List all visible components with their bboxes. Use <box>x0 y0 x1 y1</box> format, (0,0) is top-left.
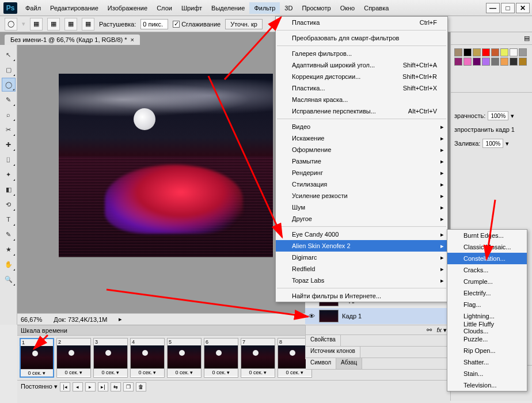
tool-15[interactable]: 🔍 <box>2 272 16 286</box>
menu-просмотр[interactable]: Просмотр <box>297 2 335 14</box>
frame-duration[interactable]: 0 сек. ▾ <box>57 368 90 376</box>
menu-item[interactable]: Видео▸ <box>276 121 447 132</box>
timeline-frame[interactable]: 50 сек. ▾ <box>167 338 202 378</box>
menu-item[interactable]: Electrify... <box>447 287 527 299</box>
tool-7[interactable]: ⌷ <box>2 153 16 166</box>
menu-фильтр[interactable]: Фильтр <box>249 2 280 14</box>
tool-4[interactable]: ⌕ <box>2 108 16 121</box>
menu-item[interactable]: Пластика...Shift+Ctrl+X <box>276 82 447 94</box>
tool-5[interactable]: ✂ <box>2 123 16 136</box>
timeline-frame[interactable]: 40 сек. ▾ <box>130 338 165 378</box>
menu-3d[interactable]: 3D <box>280 2 297 14</box>
menu-item[interactable]: Digimarc▸ <box>276 252 447 263</box>
swatch[interactable] <box>482 48 490 56</box>
swatch[interactable] <box>463 58 472 66</box>
frame-duration[interactable]: 0 сек. ▾ <box>204 368 238 376</box>
first-frame-button[interactable]: |◂ <box>60 382 70 391</box>
layer-row[interactable]: 👁Кадр 1 <box>305 308 450 324</box>
menu-item[interactable]: Puzzle... <box>447 333 527 345</box>
swatch[interactable] <box>519 48 527 56</box>
link-icon[interactable]: ⚯ <box>427 326 432 334</box>
prev-frame-button[interactable]: ◂ <box>73 382 83 391</box>
menu-окно[interactable]: Окно <box>336 2 360 14</box>
menu-item[interactable]: Масляная краска... <box>276 94 447 105</box>
menu-выделение[interactable]: Выделение <box>207 2 249 14</box>
frame-duration[interactable]: 0 сек. ▾ <box>94 368 127 376</box>
tab-clone-source[interactable]: Источник клонов <box>306 347 360 358</box>
swatch[interactable] <box>510 58 518 66</box>
play-button[interactable]: ▸ <box>85 382 96 391</box>
menu-item[interactable]: Eye Candy 4000▸ <box>276 229 447 240</box>
menu-item[interactable]: Исправление перспективы...Alt+Ctrl+V <box>276 105 447 117</box>
document-canvas[interactable] <box>59 74 273 257</box>
swatch[interactable] <box>500 58 508 66</box>
opacity-dropdown-icon[interactable]: ▾ <box>511 112 514 120</box>
tool-6[interactable]: ✚ <box>2 138 16 151</box>
menu-item[interactable]: Коррекция дисторсии...Shift+Ctrl+R <box>276 71 447 82</box>
frame-duration[interactable]: 0 сек. ▾ <box>168 368 201 376</box>
menu-item[interactable]: Television... <box>447 379 527 391</box>
menu-item[interactable]: Шум▸ <box>276 202 447 213</box>
status-arrow-icon[interactable]: ▸ <box>119 315 122 323</box>
selection-intersect-icon[interactable]: ▦ <box>82 18 94 31</box>
tool-11[interactable]: T <box>2 212 16 226</box>
menu-item[interactable]: Burnt Edges... <box>447 230 527 241</box>
swatch[interactable] <box>500 48 508 56</box>
refine-edge-button[interactable]: Уточн. кр <box>225 19 263 29</box>
menu-шрифт[interactable]: Шрифт <box>177 2 207 14</box>
swatch[interactable] <box>482 58 490 66</box>
swatch[interactable] <box>473 58 481 66</box>
tool-9[interactable]: ◧ <box>2 183 16 196</box>
frame-duration[interactable]: 0 сек. ▾ <box>21 369 53 377</box>
fill-dropdown-icon[interactable]: ▾ <box>506 140 509 147</box>
selection-sub-icon[interactable]: ▦ <box>64 18 77 31</box>
menu-item[interactable]: Constellation... <box>447 253 527 264</box>
menu-справка[interactable]: Справка <box>359 2 393 14</box>
delete-frame-button[interactable]: 🗑 <box>136 382 146 391</box>
menu-item[interactable]: Размытие▸ <box>276 155 447 167</box>
menu-item[interactable]: Redfield▸ <box>276 263 447 275</box>
fx-icon[interactable]: fx ▾ <box>436 326 447 334</box>
menu-item[interactable]: Искажение▸ <box>276 132 447 144</box>
swatch[interactable] <box>519 58 527 66</box>
tool-1[interactable]: ▢ <box>2 63 16 77</box>
menu-изображение[interactable]: Изображение <box>103 2 152 14</box>
close-button[interactable]: ✕ <box>516 3 530 13</box>
minimize-button[interactable]: — <box>486 3 500 13</box>
tab-close-icon[interactable]: × <box>131 36 134 43</box>
selection-add-icon[interactable]: ▦ <box>47 18 60 31</box>
menu-item[interactable]: Галерея фильтров... <box>276 48 447 59</box>
visibility-icon[interactable]: 👁 <box>307 312 316 320</box>
menu-item[interactable]: Адаптивный широкий угол...Shift+Ctrl+A <box>276 59 447 71</box>
frame-duration[interactable]: 0 сек. ▾ <box>131 368 164 376</box>
tween-button[interactable]: ⇆ <box>111 382 121 391</box>
menu-item[interactable]: ПластикаCtrl+F <box>276 17 447 28</box>
menu-item[interactable]: Оформление▸ <box>276 144 447 155</box>
menu-item[interactable]: Рендеринг▸ <box>276 167 447 178</box>
menu-item[interactable]: Flag... <box>447 299 527 310</box>
menu-item[interactable]: Little Fluffy Clouds... <box>447 322 527 333</box>
maximize-button[interactable]: □ <box>501 3 515 13</box>
frame-duration[interactable]: 0 сек. ▾ <box>241 368 275 376</box>
opacity-input[interactable] <box>488 111 508 120</box>
tab-character[interactable]: Символ <box>306 358 336 369</box>
new-frame-button[interactable]: ❐ <box>123 382 134 391</box>
menu-item[interactable]: Преобразовать для смарт-фильтров <box>276 32 447 44</box>
zoom-readout[interactable]: 66,67% <box>21 316 42 323</box>
swatch[interactable] <box>463 48 472 56</box>
fill-input[interactable] <box>482 139 503 148</box>
menu-item[interactable]: Crumple... <box>447 276 527 287</box>
timeline-frame[interactable]: 60 сек. ▾ <box>204 338 238 378</box>
menu-item[interactable]: Shatter... <box>447 356 527 368</box>
tab-properties[interactable]: Свойства <box>306 335 341 346</box>
tool-10[interactable]: ⟲ <box>2 197 16 211</box>
document-tab[interactable]: Без имени-1 @ 66,7% (Кадр 1, RGB/8) * × <box>5 35 140 45</box>
menu-item[interactable]: Topaz Labs▸ <box>276 275 447 286</box>
menu-item[interactable]: Lightning... <box>447 310 527 322</box>
swatch[interactable] <box>491 58 499 66</box>
menu-редактирование[interactable]: Редактирование <box>45 2 103 14</box>
loop-select[interactable]: Постоянно ▾ <box>21 383 58 390</box>
tool-8[interactable]: ✦ <box>2 168 16 181</box>
menu-item[interactable]: Alien Skin Xenofex 2▸ <box>276 240 447 252</box>
tool-3[interactable]: ✎ <box>2 93 16 107</box>
